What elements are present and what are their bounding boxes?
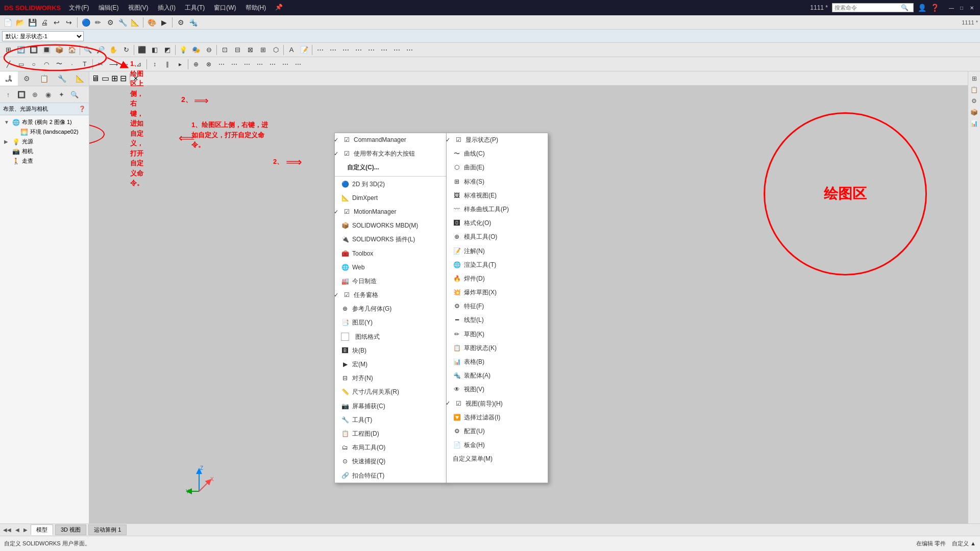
menu-item-mfg[interactable]: 🏭 今日制造 <box>335 274 446 288</box>
menu2-item-note[interactable]: 📝 注解(N) <box>447 244 548 258</box>
menu-item-2dto3d[interactable]: 🔵 2D 到 3D(2) <box>335 178 446 191</box>
tb-new[interactable]: 📄 <box>2 17 13 28</box>
tb-shade3[interactable]: ◩ <box>161 44 174 56</box>
panel-icon4[interactable]: ◉ <box>42 88 54 101</box>
tbs-circle[interactable]: ○ <box>28 58 40 70</box>
tab-motion[interactable]: 运动算例 1 <box>88 524 127 535</box>
tb-render[interactable]: 🎨 <box>146 17 157 28</box>
panel-help[interactable]: ❓ <box>79 106 86 112</box>
menu-tools[interactable]: 工具(T) <box>181 3 209 13</box>
menu2-item-explode[interactable]: 💥 爆炸草图(X) <box>447 286 548 299</box>
tbs-more3[interactable]: ⊗ <box>203 58 215 70</box>
tb-back[interactable]: ⊟ <box>231 44 243 56</box>
panel-icon1[interactable]: ↑ <box>2 88 14 101</box>
menu2-item-curve[interactable]: 〜 曲线(C) <box>447 147 548 161</box>
menu-item-paper[interactable]: 图纸格式 <box>335 330 446 344</box>
menu-help[interactable]: 帮助(H) <box>241 3 271 13</box>
tbs-line[interactable]: ╱ <box>2 58 14 70</box>
dt-close[interactable]: ✕ <box>133 75 138 82</box>
menu2-item-stdview[interactable]: 🖼 标准视图(E) <box>447 189 548 203</box>
tb-more6[interactable]: ⋯ <box>378 44 390 56</box>
tb-light[interactable]: 💡 <box>177 44 189 56</box>
tb-top[interactable]: ⊠ <box>244 44 256 56</box>
tbs-arc[interactable]: ◠ <box>40 58 53 70</box>
close-button[interactable]: ✕ <box>968 4 976 12</box>
tab-nav-next[interactable]: ▶ <box>22 527 29 533</box>
tb-view2[interactable]: 🔄 <box>15 44 27 56</box>
tb-more5[interactable]: ⋯ <box>365 44 377 56</box>
panel-icon3[interactable]: ⊕ <box>29 88 41 101</box>
tbs-mirror[interactable]: ↔ <box>120 58 132 70</box>
menu2-item-mold[interactable]: ⊕ 模具工具(O) <box>447 230 548 244</box>
minimize-button[interactable]: — <box>947 4 955 12</box>
tbs-more7[interactable]: ⋯ <box>254 58 266 70</box>
menu-item-mbd[interactable]: 📦 SOLIDWORKS MBD(M) <box>335 219 446 233</box>
menu2-item-filter[interactable]: 🔽 选择过滤器(I) <box>447 411 548 424</box>
tb-more8[interactable]: ⋯ <box>403 44 415 56</box>
menu-item-macro[interactable]: ▶ 宏(M) <box>335 358 446 371</box>
rp-icon4[interactable]: 📦 <box>969 107 979 117</box>
maximize-button[interactable]: □ <box>958 4 966 12</box>
user-icon[interactable]: 👤 <box>918 4 926 12</box>
tbs-rect[interactable]: ▭ <box>15 58 27 70</box>
tab-nav-prev[interactable]: ◀ <box>14 527 20 533</box>
panel-icon5[interactable]: ✦ <box>55 88 67 101</box>
rp-icon5[interactable]: 📊 <box>969 118 979 129</box>
tb-shade1[interactable]: ⬛ <box>136 44 148 56</box>
tb-view1[interactable]: ⊞ <box>2 44 14 56</box>
tb-more7[interactable]: ⋯ <box>390 44 403 56</box>
panel-tab-feature[interactable]: ⚙ <box>18 71 36 86</box>
menu2-item-linestyle[interactable]: ━ 线型(L) <box>447 313 548 327</box>
tbs-text[interactable]: T <box>79 58 91 70</box>
menu-window[interactable]: 窗口(W) <box>210 3 240 13</box>
menu2-item-viewh[interactable]: ☑ 视图(前导)(H) <box>447 397 548 411</box>
panel-icon2[interactable]: 🔲 <box>15 88 28 101</box>
menu-item-largebtn[interactable]: ☑ 使用带有文本的大按钮 <box>335 147 446 161</box>
menu-item-block[interactable]: 🅱 块(B) <box>335 344 446 358</box>
tb-more1[interactable]: ⋯ <box>314 44 326 56</box>
menu2-item-sketch[interactable]: ✏ 草图(K) <box>447 328 548 341</box>
tb-sketch[interactable]: ✏ <box>92 17 104 28</box>
menu2-item-render[interactable]: 🌐 渲染工具(T) <box>447 258 548 272</box>
menu-item-quicksnap[interactable]: ⊙ 快速捕捉(Q) <box>335 455 446 468</box>
menu-item-tool[interactable]: 🔧 工具(T) <box>335 413 446 427</box>
tb-feature[interactable]: ⚙ <box>105 17 116 28</box>
rp-icon1[interactable]: ⊞ <box>969 73 979 84</box>
menu2-item-custmenu[interactable]: 自定义菜单(M) <box>447 452 548 466</box>
center-drawing-area[interactable]: 🖥 ▭ ⊞ ⊟ ✕ ☑ CommandManager ☑ 使用带有文本的大按钮 … <box>89 71 968 523</box>
tbs-more2[interactable]: ⊕ <box>190 58 202 70</box>
tb-zoom1[interactable]: 🔍 <box>82 44 94 56</box>
tbs-extend[interactable]: ⟶ <box>107 58 119 70</box>
tb-dim[interactable]: 📐 <box>129 17 140 28</box>
tb-right[interactable]: ⊞ <box>257 44 269 56</box>
tbs-spline[interactable]: 〜 <box>53 58 65 70</box>
tb-shade2[interactable]: ◧ <box>149 44 161 56</box>
menu-item-swplugin[interactable]: 🔌 SOLIDWORKS 插件(L) <box>335 233 446 246</box>
menu-item-dimxpert[interactable]: 📐 DimXpert <box>335 191 446 205</box>
menu2-item-cfg[interactable]: ⚙ 配置(U) <box>447 424 548 438</box>
tb-material[interactable]: 🎭 <box>190 44 202 56</box>
tbs-more8[interactable]: ⋯ <box>266 58 279 70</box>
panel-tab-prop[interactable]: 📋 <box>36 71 54 86</box>
menu2-item-spline[interactable]: 〰 样条曲线工具(P) <box>447 203 548 216</box>
tb-more3[interactable]: ⋯ <box>339 44 352 56</box>
rp-icon2[interactable]: 📋 <box>969 85 979 95</box>
tb-pan[interactable]: ✋ <box>107 44 119 56</box>
tb-view5[interactable]: 📦 <box>53 44 65 56</box>
menu2-item-weld[interactable]: 🔥 焊件(D) <box>447 272 548 286</box>
panel-tab-cfg[interactable]: 🔧 <box>53 71 71 86</box>
menu2-item-fmt[interactable]: 🅾 格式化(O) <box>447 216 548 230</box>
tbs-more5[interactable]: ⋯ <box>228 58 240 70</box>
menu-item-web[interactable]: 🌐 Web <box>335 261 446 274</box>
tab-nav-left[interactable]: ◀◀ <box>2 527 12 533</box>
tb-view3[interactable]: 🔲 <box>28 44 40 56</box>
search-input[interactable] <box>835 5 901 11</box>
tb-more4[interactable]: ⋯ <box>352 44 364 56</box>
menu-file[interactable]: 文件(F) <box>65 3 93 13</box>
tab-model[interactable]: 模型 <box>31 524 53 535</box>
tb-view4[interactable]: 🔳 <box>40 44 53 56</box>
tb-view6[interactable]: 🏠 <box>66 44 78 56</box>
tb-sect[interactable]: ⊖ <box>203 44 215 56</box>
menu-item-customize[interactable]: 自定义(C)... <box>335 161 446 174</box>
menu-item-snapfit[interactable]: 🔗 扣合特征(T) <box>335 469 446 483</box>
